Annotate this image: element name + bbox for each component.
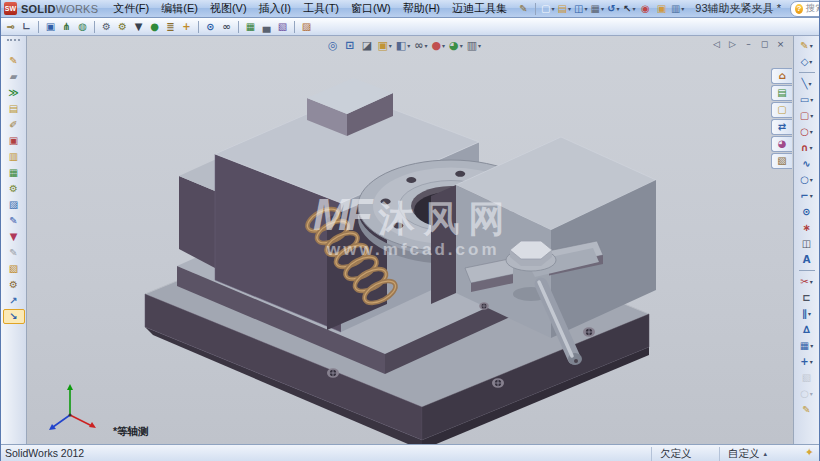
doc-minimize-button[interactable]: – xyxy=(742,38,755,50)
hide-show-items-button[interactable]: ∞▾ xyxy=(413,38,428,53)
dropdown-arrow-icon[interactable]: ▾ xyxy=(810,97,813,103)
circle-button[interactable]: ○▾ xyxy=(796,124,818,139)
monitor-button[interactable]: ▣ xyxy=(43,19,58,34)
excel-export-button[interactable]: ▦ xyxy=(243,19,258,34)
filter-button[interactable]: ▼ xyxy=(131,19,146,34)
dropdown-arrow-icon[interactable]: ▾ xyxy=(617,6,620,12)
dropdown-arrow-icon[interactable]: ▾ xyxy=(810,279,813,285)
section-view-button[interactable]: ◪ xyxy=(359,38,374,53)
maidi-design-button[interactable]: ✎ xyxy=(3,53,25,68)
maidi-arrow-button[interactable]: ↘ xyxy=(3,309,25,324)
pane-back-button[interactable]: ◁ xyxy=(710,38,723,50)
construction-point-button[interactable]: ∗ xyxy=(796,220,818,235)
maidi-search-button[interactable]: ✐ xyxy=(3,117,25,132)
select-button[interactable]: ↖▾ xyxy=(622,1,637,16)
zoom-area-button[interactable]: ⊡ xyxy=(342,38,357,53)
print-button[interactable]: ▦▾ xyxy=(589,1,604,16)
view-palette-button[interactable]: ⇄ xyxy=(771,119,792,135)
globe-button[interactable]: ◍ xyxy=(75,19,90,34)
maidi-note-button[interactable]: ✎ xyxy=(3,213,25,228)
maidi-library-button[interactable]: ▤ xyxy=(3,101,25,116)
save-button[interactable]: ◫▾ xyxy=(573,1,588,16)
print-preview-button[interactable]: ▄ xyxy=(259,19,274,34)
edit-appearance-button[interactable]: ●▾ xyxy=(430,38,446,53)
dropdown-arrow-icon[interactable]: ▾ xyxy=(407,43,410,49)
undo-button[interactable]: ↺▾ xyxy=(606,1,621,16)
linear-pattern-button[interactable]: ▦▾ xyxy=(796,338,818,353)
dropdown-arrow-icon[interactable]: ▾ xyxy=(478,43,481,49)
menu-item-5[interactable]: 工具(T) xyxy=(298,0,344,17)
doc-restore-button[interactable]: ◻ xyxy=(758,38,771,50)
menu-item-3[interactable]: 视图(V) xyxy=(205,0,252,17)
gear-tools-button[interactable]: ⚙ xyxy=(115,19,130,34)
rebuild-button[interactable]: ◉ xyxy=(638,1,653,16)
gear-button[interactable]: ⚙ xyxy=(99,19,114,34)
dropdown-arrow-icon[interactable]: ▾ xyxy=(810,145,813,151)
doc-close-button[interactable]: × xyxy=(774,38,787,50)
mate-key-button[interactable]: ⊸ xyxy=(3,19,18,34)
dropdown-arrow-icon[interactable]: ▾ xyxy=(808,311,811,317)
dropdown-arrow-icon[interactable]: ▾ xyxy=(633,6,636,12)
point-button[interactable]: ⊙ xyxy=(796,204,818,219)
image-capture-button[interactable]: ▧ xyxy=(275,19,290,34)
smart-dimension-button[interactable]: ◇▾ xyxy=(796,54,818,69)
photo-view-button[interactable]: ▨ xyxy=(299,19,314,34)
pane-forward-button[interactable]: ▷ xyxy=(726,38,739,50)
maidi-eraser-button[interactable]: ▰ xyxy=(3,69,25,84)
move-face-button[interactable]: + xyxy=(179,19,194,34)
menu-item-6[interactable]: 窗口(W) xyxy=(346,0,396,17)
fillet-button[interactable]: ⌐▾ xyxy=(796,188,818,203)
file-explorer-button[interactable]: ▢ xyxy=(771,102,792,118)
spline-button[interactable]: ∿ xyxy=(796,156,818,171)
file-properties-button[interactable]: ▥▾ xyxy=(670,1,685,16)
toolbar-grip[interactable] xyxy=(7,39,20,47)
find-references-button[interactable]: ∞ xyxy=(219,19,234,34)
dropdown-arrow-icon[interactable]: ▾ xyxy=(809,81,812,87)
dropdown-arrow-icon[interactable]: ▾ xyxy=(442,43,445,49)
trim-entities-button[interactable]: ✂▾ xyxy=(796,274,818,289)
sphere-button[interactable]: ● xyxy=(147,19,162,34)
measure-angle-button[interactable]: ∟ xyxy=(19,19,34,34)
maidi-standard-button[interactable]: ▦ xyxy=(3,165,25,180)
menu-item-1[interactable]: 文件(F) xyxy=(108,0,154,17)
ellipse-button[interactable]: ○▾ xyxy=(796,172,818,187)
new-document-button[interactable]: ▢▾ xyxy=(540,1,555,16)
dropdown-arrow-icon[interactable]: ▾ xyxy=(810,391,813,397)
menu-item-4[interactable]: 插入(I) xyxy=(254,0,296,17)
chevron-up-icon[interactable]: ▴ xyxy=(764,450,768,458)
plane-button[interactable]: ◫ xyxy=(796,236,818,251)
dropdown-arrow-icon[interactable]: ▾ xyxy=(810,129,813,135)
dropdown-arrow-icon[interactable]: ▾ xyxy=(810,359,813,365)
dropdown-arrow-icon[interactable]: ▾ xyxy=(584,6,587,12)
appearances-button[interactable]: ◕ xyxy=(771,136,792,152)
maidi-part-button[interactable]: ▣ xyxy=(3,133,25,148)
arc-button[interactable]: ∩▾ xyxy=(796,140,818,155)
maidi-pen-gray-button[interactable]: ✎ xyxy=(3,245,25,260)
modify-sketch-button[interactable]: ✎ xyxy=(796,402,818,417)
open-button[interactable]: ▤▾ xyxy=(556,1,571,16)
dropdown-arrow-icon[interactable]: ▾ xyxy=(424,43,427,49)
rectangle-button[interactable]: ▭▾ xyxy=(796,92,818,107)
view-settings-button[interactable]: ▥▾ xyxy=(466,38,482,53)
maidi-gear-button[interactable]: ⚙ xyxy=(3,181,25,196)
dropdown-arrow-icon[interactable]: ▾ xyxy=(681,6,684,12)
dropdown-arrow-icon[interactable]: ▾ xyxy=(568,6,571,12)
menu-item-8[interactable]: 迈迪工具集 xyxy=(447,0,512,17)
search-box[interactable]: ? 搜索 SolidWorks 帮助 ▾ xyxy=(790,1,820,17)
maidi-toolbox-button[interactable]: ▥ xyxy=(3,149,25,164)
line-button[interactable]: ╲▾ xyxy=(796,76,818,91)
apply-scene-button[interactable]: ◕▾ xyxy=(448,38,464,53)
pen-tool-button[interactable]: ✎ xyxy=(516,1,531,16)
dropdown-arrow-icon[interactable]: ▾ xyxy=(810,343,813,349)
dropdown-arrow-icon[interactable]: ▾ xyxy=(810,43,813,49)
maidi-export-button[interactable]: ↗ xyxy=(3,293,25,308)
dropdown-arrow-icon[interactable]: ▾ xyxy=(810,193,813,199)
maidi-transfer-button[interactable]: ≫ xyxy=(3,85,25,100)
graphics-area[interactable]: MF 沐风网 www.mfcad.com ◎⊡◪▣▾◧▾∞▾●▾◕▾▥▾ ◁▷–… xyxy=(27,36,793,444)
maidi-wrench-button[interactable]: ⚙ xyxy=(3,277,25,292)
view-orientation-button[interactable]: ▣▾ xyxy=(376,38,392,53)
design-library-button[interactable]: ▤ xyxy=(771,85,792,101)
dropdown-arrow-icon[interactable]: ▾ xyxy=(389,43,392,49)
maidi-stamp-button[interactable]: ▨ xyxy=(3,197,25,212)
dropdown-arrow-icon[interactable]: ▾ xyxy=(551,6,554,12)
